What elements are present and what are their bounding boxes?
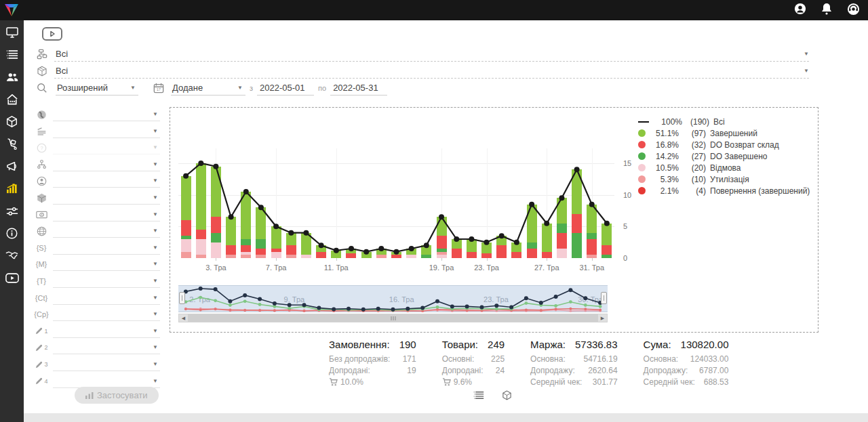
stacked-bar[interactable] [601, 224, 612, 258]
left-filter-row[interactable]: ▼ [24, 207, 160, 222]
left-filter-select[interactable]: ▼ [53, 108, 160, 121]
stacked-bar[interactable] [226, 217, 236, 258]
stacked-bar[interactable] [271, 226, 281, 258]
chart-navigator[interactable]: 2. Тра9. Тра16. Тра23. Тра30. Тра [178, 285, 608, 312]
user-icon[interactable] [794, 3, 806, 18]
left-filter-select[interactable]: ▼ [53, 274, 160, 288]
left-filter-select[interactable]: ▼ [53, 141, 160, 154]
stacked-bar[interactable] [496, 236, 507, 258]
help-video-button[interactable] [42, 27, 62, 41]
legend-item[interactable]: 16.8%(32)DO Возврат склад [638, 140, 810, 149]
stacked-bar[interactable] [241, 192, 251, 258]
apply-button[interactable]: Застосувати [75, 387, 159, 404]
stacked-bar[interactable] [421, 245, 431, 258]
stacked-bar[interactable] [437, 217, 447, 258]
stacked-bar[interactable] [196, 163, 206, 258]
list-icon[interactable] [5, 48, 19, 61]
handtruck-icon[interactable] [5, 138, 19, 150]
stacked-bar[interactable] [391, 252, 401, 258]
left-filter-row[interactable]: ▼ [24, 107, 160, 122]
support-icon[interactable] [847, 3, 860, 18]
stacked-bar[interactable] [301, 233, 311, 258]
left-filter-row[interactable]: {Ct}▼ [24, 291, 160, 305]
left-filter-row[interactable]: {M}▼ [24, 257, 160, 272]
search-mode-select[interactable]: Розширений ▼ [56, 81, 138, 96]
left-filter-row[interactable]: ▼ [24, 224, 160, 238]
left-filter-row[interactable]: ▼ [24, 157, 160, 172]
date-from-input[interactable]: 2022-05-01 [257, 81, 314, 96]
left-filter-select[interactable]: ▼ [53, 224, 160, 238]
stacked-bar[interactable] [286, 233, 296, 258]
stacked-bar[interactable] [331, 251, 341, 258]
stacked-bar[interactable] [256, 207, 266, 258]
legend-item[interactable]: 14.2%(27)DO Завершено [638, 152, 810, 161]
left-filter-select[interactable]: ▼ [53, 158, 160, 171]
stacked-bar[interactable] [376, 249, 387, 258]
stacked-bar[interactable] [316, 245, 326, 258]
left-filter-row[interactable]: ▼ [24, 190, 160, 205]
legend-item[interactable]: 2.1%(4)Повернення (завершений) [638, 186, 810, 195]
left-filter-select[interactable]: ▼ [53, 308, 160, 321]
package-icon[interactable] [5, 115, 19, 128]
left-filter-row[interactable]: ▼ [24, 173, 160, 188]
stacked-bar[interactable] [361, 252, 372, 258]
legend-item[interactable]: 10.5%(20)Відмова [638, 163, 810, 172]
scrollbar-thumb[interactable] [188, 314, 598, 322]
video-channel-icon[interactable] [5, 272, 19, 284]
left-filter-select[interactable]: ▼ [53, 341, 160, 354]
navigator-scrollbar[interactable]: ◀ ▶ [178, 314, 608, 322]
analytics-icon-active[interactable] [5, 182, 19, 195]
left-filter-row[interactable]: {T}▼ [24, 274, 160, 289]
list-view-icon[interactable] [473, 390, 484, 403]
megaphone-icon[interactable] [5, 160, 19, 173]
left-filter-select[interactable]: ▼ [53, 191, 160, 205]
left-filter-row[interactable]: ?▼ [24, 140, 160, 155]
legend-item[interactable]: 51.1%(97)Завершений [638, 129, 810, 138]
store-icon[interactable] [5, 93, 19, 106]
left-filter-row[interactable]: 1▼ [24, 324, 160, 339]
left-filter-select[interactable]: ▼ [53, 257, 160, 271]
left-filter-select[interactable]: ▼ [53, 208, 160, 221]
legend-item[interactable]: 100%(190)Всі [638, 117, 810, 126]
stacked-bar[interactable] [587, 205, 597, 258]
stacked-bar[interactable] [406, 249, 416, 258]
left-filter-select[interactable]: ▼ [53, 241, 160, 255]
left-filter-row[interactable]: {S}▼ [24, 240, 160, 255]
stacked-bar[interactable] [527, 205, 537, 258]
monitor-icon[interactable] [5, 26, 19, 39]
brand-logo[interactable] [2, 1, 21, 22]
left-filter-row[interactable]: 2▼ [24, 340, 160, 355]
package-view-icon[interactable] [502, 390, 512, 403]
product-filter[interactable]: Всі ▼ [24, 63, 809, 79]
navigator-left-handle[interactable] [179, 292, 185, 304]
navigator-right-handle[interactable] [601, 292, 607, 304]
stacked-bar[interactable] [572, 169, 582, 258]
left-filter-select[interactable]: ▼ [53, 324, 160, 338]
category-filter[interactable]: Всі ▼ [24, 46, 809, 62]
left-filter-row[interactable]: 3▼ [24, 357, 160, 372]
handshake-icon[interactable] [5, 249, 19, 262]
date-to-input[interactable]: 2022-05-31 [330, 81, 387, 96]
legend-item[interactable]: 5.3%(10)Утилізація [638, 175, 810, 184]
stacked-bar[interactable] [346, 249, 356, 258]
left-filter-select[interactable]: ▼ [53, 125, 160, 138]
users-icon[interactable] [5, 70, 19, 83]
stacked-bar[interactable] [557, 198, 567, 258]
stacked-bar[interactable] [452, 239, 462, 258]
stacked-bar[interactable] [211, 167, 221, 258]
left-filter-select[interactable]: ▼ [53, 174, 160, 188]
sliders-icon[interactable] [5, 205, 19, 217]
stacked-bar[interactable] [181, 176, 191, 258]
left-filter-select[interactable]: ▼ [53, 358, 160, 371]
date-field-select[interactable]: Додане ▼ [171, 81, 245, 96]
stacked-bar[interactable] [467, 239, 477, 258]
left-filter-row[interactable]: {Cp}▼ [24, 307, 160, 322]
stacked-bar[interactable] [542, 224, 552, 258]
stacked-bar[interactable] [511, 242, 521, 258]
stacked-bar[interactable] [481, 242, 492, 258]
scroll-left-arrow[interactable]: ◀ [179, 314, 188, 322]
info-icon[interactable] [5, 227, 19, 240]
left-filter-select[interactable]: ▼ [53, 291, 160, 305]
bell-icon[interactable] [821, 3, 832, 18]
scroll-right-arrow[interactable]: ▶ [598, 314, 607, 322]
